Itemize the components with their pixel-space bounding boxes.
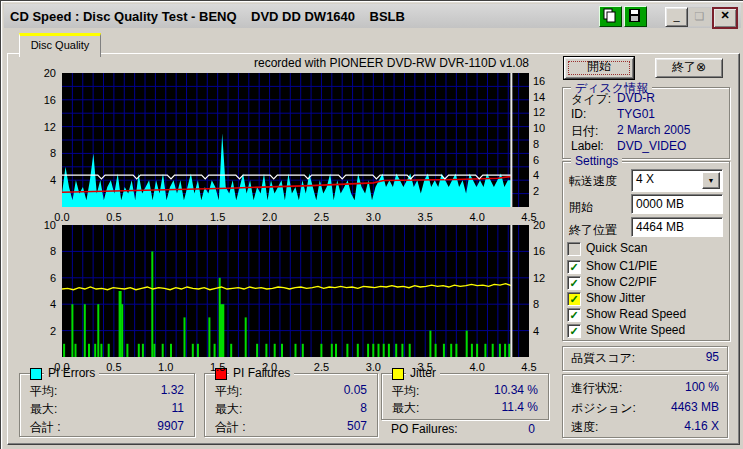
left-axis-tick-label: 6	[26, 272, 56, 284]
left-axis-tick-label: 12	[26, 121, 56, 133]
x-axis-tick-label: 3.0	[356, 361, 390, 373]
left-axis-tick-label: 4	[26, 174, 56, 186]
copy-icon	[600, 7, 619, 24]
tab-disc-quality[interactable]: Disc Quality	[19, 33, 101, 57]
pi-errors-total-value: 9907	[157, 419, 184, 433]
pi-failures-avg-label: 平均:	[215, 383, 242, 400]
save-button[interactable]	[624, 6, 647, 27]
quality-score-label: 品質スコア:	[571, 351, 635, 365]
x-axis-tick-label: 1.0	[149, 211, 183, 223]
x-axis-tick-label: 4.0	[460, 211, 494, 223]
pi-errors-avg-value: 1.32	[161, 383, 184, 397]
disc-label-value: DVD_VIDEO	[617, 139, 686, 153]
exit-icon: ⊗	[696, 60, 706, 74]
show-c1-pie-checkbox[interactable]: ✓	[567, 260, 581, 274]
left-axis-tick-label: 16	[26, 94, 56, 106]
speed-value: 4.16 X	[684, 419, 719, 433]
pi-errors-max-label: 最大:	[30, 401, 57, 418]
x-axis-tick-label: 3.5	[408, 361, 442, 373]
pi-errors-chart-canvas	[62, 73, 529, 207]
x-axis-tick-label: 1.5	[201, 211, 235, 223]
disc-date-value: 2 March 2005	[617, 123, 690, 137]
quick-scan-checkbox[interactable]	[567, 242, 581, 256]
start-button-label: 開始	[587, 59, 611, 73]
window-title: CD Speed : Disc Quality Test - BENQ DVD …	[4, 9, 405, 24]
pi-failures-total-value: 507	[347, 419, 367, 433]
show-c2-pif-checkbox[interactable]: ✓	[567, 276, 581, 290]
show-read-speed-checkbox[interactable]: ✓	[567, 308, 581, 322]
start-pos-input[interactable]: 0000 MB	[631, 194, 723, 214]
quality-score-row: 品質スコア: 95	[571, 350, 719, 367]
disc-id-row: ID:TYG01	[571, 107, 586, 121]
pi-failures-jitter-chart	[62, 225, 529, 357]
x-axis-tick-label: 0.0	[45, 361, 79, 373]
save-icon	[625, 7, 644, 24]
maximize-button: ❏	[688, 7, 711, 27]
left-axis-tick-label: 4	[26, 298, 56, 310]
disc-label-row: Label:DVD_VIDEO	[571, 139, 604, 153]
start-button[interactable]: 開始	[564, 57, 634, 79]
right-axis-tick-label: 12	[533, 106, 563, 118]
x-axis-tick-label: 2.5	[304, 211, 338, 223]
po-failures-label: PO Failures:	[391, 422, 458, 436]
close-button[interactable]: ✕	[712, 7, 738, 29]
disc-type-value: DVD-R	[617, 91, 655, 105]
right-axis-tick-label: 10	[533, 122, 563, 134]
speed-label: 転送速度	[569, 173, 617, 190]
right-axis-tick-label: 16	[533, 75, 563, 87]
app-window: CD Speed : Disc Quality Test - BENQ DVD …	[0, 0, 743, 449]
right-axis-tick-label: 20	[533, 219, 563, 231]
show-write-speed-checkbox[interactable]: ✓	[567, 324, 581, 338]
quality-score-value: 95	[706, 350, 719, 364]
jitter-avg-value: 10.34 %	[494, 383, 538, 397]
x-axis-tick-label: 1.0	[149, 361, 183, 373]
left-axis-tick-label: 8	[26, 147, 56, 159]
show-jitter-checkbox[interactable]: ✓	[567, 292, 581, 306]
po-failures-row: PO Failures: 0	[391, 422, 541, 436]
pi-errors-avg-label: 平均:	[30, 383, 57, 400]
pi-failures-total-label: 合計 :	[215, 419, 246, 436]
left-axis-tick-label: 10	[26, 219, 56, 231]
position-value: 4463 MB	[671, 400, 719, 414]
x-axis-tick-label: 4.5	[512, 361, 546, 373]
copy-to-clipboard-button[interactable]	[599, 6, 622, 27]
exit-button[interactable]: 終了⊗	[655, 58, 723, 78]
settings-title: Settings	[571, 154, 622, 168]
right-axis-tick-label: 4	[533, 325, 563, 337]
disc-type-row: タイプ:DVD-R	[571, 91, 611, 108]
speed-row: 速度:4.16 X	[571, 419, 719, 436]
left-axis-tick-label: 8	[26, 245, 56, 257]
x-axis-tick-label: 0.5	[97, 211, 131, 223]
end-pos-input[interactable]: 4464 MB	[631, 217, 723, 237]
left-axis-tick-label: 20	[26, 67, 56, 79]
chart-header: recorded with PIONEER DVD-RW DVR-110D v1…	[189, 56, 529, 70]
right-axis-tick-label: 6	[533, 154, 563, 166]
pi-errors-swatch	[30, 368, 42, 380]
x-axis-tick-label: 3.0	[356, 211, 390, 223]
position-row: ポジション:4463 MB	[571, 400, 719, 417]
disc-date-row: 日付:2 March 2005	[571, 123, 598, 140]
pi-failures-max-value: 8	[360, 401, 367, 415]
right-axis-tick-label: 8	[533, 138, 563, 150]
minimize-button[interactable]: _	[665, 7, 688, 27]
start-pos-label: 開始	[569, 199, 593, 216]
x-axis-tick-label: 3.5	[408, 211, 442, 223]
right-axis-tick-label: 8	[533, 298, 563, 310]
pi-failures-chart-canvas	[62, 225, 529, 357]
right-axis-tick-label: 2	[533, 185, 563, 197]
pi-failures-avg-value: 0.05	[344, 383, 367, 397]
speed-combobox[interactable]: 4 X ▼	[631, 169, 723, 192]
pi-failures-max-label: 最大:	[215, 401, 242, 418]
exit-button-label: 終了⊗	[672, 60, 706, 74]
end-pos-label: 終了位置	[569, 222, 617, 239]
jitter-avg-label: 平均:	[392, 383, 419, 400]
x-axis-tick-label: 2.0	[253, 211, 287, 223]
jitter-swatch	[392, 368, 404, 380]
pi-failures-panel: PI Failures 平均:0.05 最大:8 合計 :507	[204, 373, 378, 437]
chevron-down-icon[interactable]: ▼	[702, 172, 720, 189]
right-axis-tick-label: 16	[533, 245, 563, 257]
pi-errors-panel: PI Errors 平均:1.32 最大:11 合計 :9907	[19, 373, 195, 437]
x-axis-tick-label: 1.5	[201, 361, 235, 373]
jitter-panel: Jitter 平均:10.34 % 最大:11.4 %	[381, 373, 549, 420]
right-axis-tick-label: 14	[533, 91, 563, 103]
